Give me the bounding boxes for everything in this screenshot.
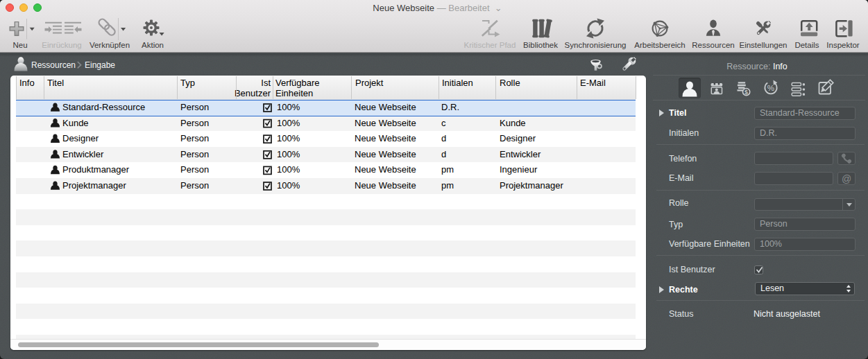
svg-text:$: $	[744, 89, 748, 96]
svg-text:%: %	[767, 84, 774, 92]
